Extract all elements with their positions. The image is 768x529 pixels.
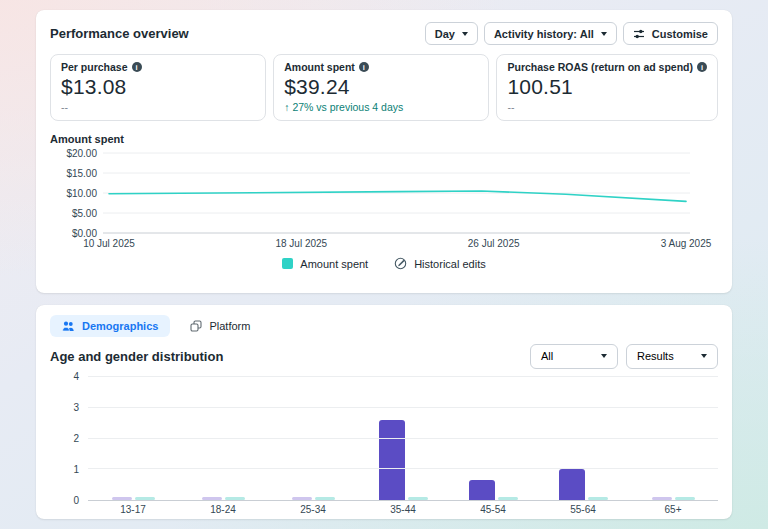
category-label: 25-34: [268, 501, 358, 515]
bar-teal: [225, 497, 245, 500]
age-gender-plot: [88, 377, 718, 501]
bar-teal: [408, 497, 428, 500]
metric-value: 100.51: [507, 75, 707, 99]
bar-purple: [292, 497, 312, 500]
metric-label: Per purchase: [61, 61, 128, 73]
y-tick-label: 2: [73, 434, 79, 444]
metric-filter-dropdown[interactable]: Results: [626, 344, 718, 369]
bar-group: [628, 377, 718, 500]
info-icon[interactable]: i: [697, 62, 707, 72]
y-tick-label: $0.00: [72, 228, 97, 239]
category-label: 55-64: [538, 501, 628, 515]
category-label: 13-17: [88, 501, 178, 515]
metric-subtext: --: [61, 101, 255, 113]
day-dropdown[interactable]: Day: [425, 22, 478, 45]
metric-value: $39.24: [284, 75, 478, 99]
metric-amount-spent: Amount spent i $39.24 ↑ 27% vs previous …: [273, 54, 489, 121]
gridline: [88, 407, 718, 408]
chevron-down-icon: [701, 354, 707, 358]
bar-purple: [652, 497, 672, 500]
gridline: [88, 468, 718, 469]
pencil-circle-icon: [394, 257, 407, 270]
gender-filter-label: All: [541, 350, 553, 362]
bar-purple: [469, 480, 495, 500]
tab-demographics[interactable]: Demographics: [50, 315, 170, 337]
bar-teal: [315, 497, 335, 500]
category-label: 65+: [628, 501, 718, 515]
bar-purple: [559, 469, 585, 500]
tabs: Demographics Platform: [50, 315, 718, 337]
y-tick-label: 4: [73, 372, 79, 382]
age-gender-chart: 01234 13-1718-2425-3435-4445-5455-6465+: [50, 377, 718, 515]
chart-filters: All Results: [530, 344, 718, 369]
amount-spent-chart: $0.00$5.00$10.00$15.00$20.0010 Jul 20251…: [50, 147, 714, 255]
legend-historical-edits[interactable]: Historical edits: [394, 257, 486, 270]
day-dropdown-label: Day: [435, 28, 455, 40]
x-tick-label: 26 Jul 2025: [468, 238, 520, 249]
x-tick-label: 3 Aug 2025: [661, 238, 712, 249]
bar-group: [448, 377, 538, 500]
demographics-header: Age and gender distribution All Results: [50, 343, 718, 369]
info-icon[interactable]: i: [132, 62, 142, 72]
tab-platform[interactable]: Platform: [178, 315, 262, 337]
metric-label: Amount spent: [284, 61, 355, 73]
section-title: Age and gender distribution: [50, 349, 223, 364]
activity-history-label: Activity history: All: [494, 28, 594, 40]
bar-teal: [135, 497, 155, 500]
tab-label: Platform: [209, 320, 250, 332]
overlapping-squares-icon: [190, 320, 202, 332]
amount-spent-swatch: [282, 258, 293, 269]
y-tick-label: 3: [73, 403, 79, 413]
bar-group: [268, 377, 358, 500]
tab-label: Demographics: [82, 320, 158, 332]
y-tick-label: $20.00: [66, 148, 97, 159]
page-title: Performance overview: [50, 26, 189, 41]
customise-button[interactable]: Customise: [623, 22, 718, 45]
performance-card: Performance overview Day Activity histor…: [36, 10, 732, 293]
metric-purchase-roas: Purchase ROAS (return on ad spend) i 100…: [496, 54, 718, 121]
bar-group: [358, 377, 448, 500]
y-tick-label: $15.00: [66, 168, 97, 179]
performance-controls: Day Activity history: All Customise: [425, 22, 718, 45]
bar-x-axis: 13-1718-2425-3435-4445-5455-6465+: [88, 501, 718, 515]
metric-filter-label: Results: [637, 350, 674, 362]
activity-history-dropdown[interactable]: Activity history: All: [484, 22, 617, 45]
bar-teal: [675, 497, 695, 500]
metric-label: Purchase ROAS (return on ad spend): [507, 61, 693, 73]
app-background: { "colors": { "teal_line": "#2fd2c6", "p…: [0, 0, 768, 529]
demographics-card: Demographics Platform Age and gender dis…: [36, 305, 732, 519]
bar-purple: [379, 420, 405, 500]
chevron-down-icon: [601, 32, 607, 36]
bar-y-axis: 01234: [50, 377, 88, 501]
performance-header: Performance overview Day Activity histor…: [50, 22, 718, 45]
y-tick-label: 0: [73, 496, 79, 506]
legend-amount-spent[interactable]: Amount spent: [282, 258, 368, 270]
metric-value: $13.08: [61, 75, 255, 99]
chevron-down-icon: [462, 32, 468, 36]
bar-purple: [112, 497, 132, 500]
legend-label: Historical edits: [414, 258, 486, 270]
metric-subtext: ↑ 27% vs previous 4 days: [284, 101, 478, 113]
y-tick-label: 1: [73, 465, 79, 475]
metric-per-purchase: Per purchase i $13.08 --: [50, 54, 266, 121]
metric-cards: Per purchase i $13.08 -- Amount spent i …: [50, 54, 718, 121]
bar-teal: [588, 497, 608, 500]
y-tick-label: $10.00: [66, 188, 97, 199]
legend-label: Amount spent: [300, 258, 368, 270]
x-tick-label: 10 Jul 2025: [83, 238, 135, 249]
info-icon[interactable]: i: [359, 62, 369, 72]
gender-filter-dropdown[interactable]: All: [530, 344, 618, 369]
bar-teal: [498, 497, 518, 500]
bar-group: [178, 377, 268, 500]
chevron-down-icon: [601, 354, 607, 358]
x-tick-label: 18 Jul 2025: [275, 238, 327, 249]
line-chart-title: Amount spent: [50, 133, 718, 145]
sliders-icon: [633, 28, 645, 40]
gridline: [88, 438, 718, 439]
category-label: 35-44: [358, 501, 448, 515]
bar-purple: [202, 497, 222, 500]
metric-subtext: --: [507, 101, 707, 113]
people-icon: [62, 321, 75, 332]
customise-label: Customise: [652, 28, 708, 40]
category-label: 18-24: [178, 501, 268, 515]
